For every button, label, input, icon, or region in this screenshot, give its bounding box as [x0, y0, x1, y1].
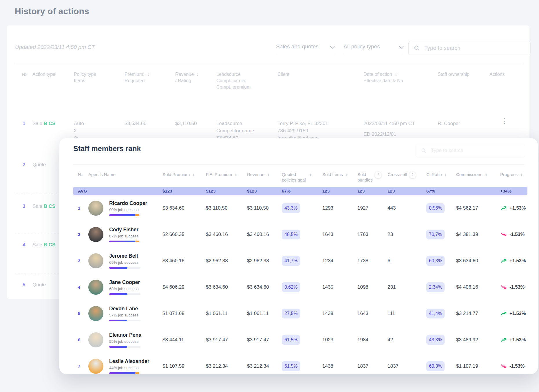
sort-down-glyph: ▼ [267, 175, 269, 177]
job-success-label: 68% job success [109, 287, 162, 291]
modal-search-input[interactable] [430, 147, 520, 154]
sort-down-glyph: ▼ [395, 75, 397, 76]
row-divider [15, 194, 62, 194]
progress-value: -1.53% [509, 284, 525, 290]
sort-icon[interactable]: ▲▼ [445, 173, 447, 177]
sold-bundles: 1927 [357, 205, 388, 211]
sold-items: 1023 [322, 337, 357, 343]
avatar [88, 253, 103, 268]
column-label: Compt. carrier [216, 78, 251, 84]
staff-column-header[interactable]: F.E. Premium▲▼ [206, 172, 247, 183]
sort-icon[interactable]: ▲▼ [267, 173, 269, 177]
avg-cl-ratio: 67% [426, 188, 456, 193]
avatar [88, 332, 103, 347]
sold-premium: $1 107.59 [162, 363, 206, 369]
history-column-header: Revenue▲▼/ Rating [175, 71, 199, 84]
column-label: Premium,▲▼ [125, 71, 149, 78]
rank-number: 3 [78, 258, 88, 263]
modal-search[interactable] [416, 144, 525, 157]
sold-bundles: 1984 [357, 337, 388, 343]
sold-items: 1643 [322, 232, 357, 237]
sort-icon[interactable]: ▲▼ [235, 173, 237, 177]
staff-column-header[interactable]: Revenue▲▼ [247, 172, 282, 183]
revenue: $1 061.11 [247, 311, 282, 316]
column-label: Sold Items [322, 172, 343, 177]
cross-sell: 1837 [388, 363, 426, 369]
sold-premium: $2 660.35 [162, 232, 206, 237]
action-label: Sale [32, 242, 42, 248]
date-of-action-cell: 2022/03/11 4:50 pm CT ED 2022/12/01 [363, 120, 415, 138]
commissions: $4 381.39 [456, 232, 500, 237]
sort-icon[interactable]: ▲▼ [485, 173, 487, 177]
filter-sales-and-quotes[interactable]: Sales and quotes [276, 43, 334, 54]
commissions: $3 489.92 [456, 337, 500, 343]
search-icon [414, 45, 420, 51]
staff-column-header[interactable]: Progress▲▼ [500, 172, 527, 183]
row-number: 3 [23, 203, 25, 210]
staff-row[interactable]: 1 Ricardo Cooper 90% job success $3 634.… [73, 195, 527, 221]
column-label-text: / Rating [175, 78, 191, 83]
sort-icon[interactable]: ▲▼ [147, 73, 149, 76]
row-number: 1 [23, 120, 25, 127]
column-label: Sold bundles [357, 172, 372, 183]
column-label: Effective date & No [363, 78, 403, 84]
column-label: Date of action▲▼ [363, 71, 403, 78]
history-search-input[interactable] [424, 45, 525, 52]
sold-items: 1438 [322, 363, 357, 369]
help-icon[interactable]: ? [409, 172, 416, 178]
staff-row[interactable]: 2 Cody Fisher 87% job success $2 660.35 … [73, 221, 527, 248]
column-label-text: Items [74, 78, 85, 83]
column-label: Staff ownership [438, 71, 469, 78]
staff-row[interactable]: 7 Leslie Alexander 44% job success $1 10… [73, 353, 527, 374]
action-label: Sale [32, 204, 42, 209]
history-column-header: Staff ownership [438, 71, 469, 78]
staff-column-header[interactable]: Commissions▲▼ [456, 172, 500, 183]
history-search[interactable] [408, 41, 531, 55]
help-icon[interactable]: ? [375, 172, 381, 178]
column-label-text: Actions [489, 72, 505, 77]
row-actions-menu-icon[interactable]: ⋮ [501, 117, 508, 125]
sort-icon[interactable]: ▲▼ [520, 173, 522, 177]
sort-icon[interactable]: ▲▼ [395, 73, 397, 76]
sort-icon[interactable]: ▲▼ [193, 173, 195, 177]
staff-row[interactable]: 5 Devon Lane 57% job success $1 071.68 $… [73, 300, 527, 327]
sort-icon[interactable]: ▲▼ [197, 73, 199, 76]
column-label: Cl.Ratio [426, 172, 442, 177]
cl-ratio-badge: 43,3% [426, 335, 445, 345]
sold-items: 1435 [322, 284, 357, 290]
staff-column-header[interactable]: Sold Premium▲▼ [162, 172, 206, 183]
rank-number: 6 [78, 337, 88, 342]
sort-icon[interactable]: ▲▼ [346, 173, 348, 177]
sold-bundles: 1643 [357, 311, 388, 316]
action-type: Quote [32, 161, 46, 168]
staff-column-header: № [78, 172, 88, 183]
progress-value: +1.53% [509, 258, 526, 263]
sort-down-glyph: ▼ [310, 175, 312, 177]
sold-bundles: 1837 [357, 363, 388, 369]
staff-row[interactable]: 3 Jerome Bell 69% job success $3 460.16 … [73, 248, 527, 274]
action-type: Quote [32, 281, 46, 288]
staff-column-header[interactable]: Sold Items▲▼ [322, 172, 357, 183]
filter-policy-types[interactable]: All policy types [344, 43, 403, 54]
staff-row[interactable]: 6 Eleanor Pena 55% job success $3 444.11… [73, 327, 527, 353]
staff-column-header[interactable]: Cl.Ratio▲▼ [426, 172, 456, 183]
column-label: Quoted policies goal [282, 172, 307, 183]
column-label-text: Compt. carrier [216, 78, 246, 83]
avg-label: AVG [78, 188, 109, 193]
progress-value: +1.53% [509, 337, 526, 342]
search-icon [421, 148, 426, 153]
rank-number: 2 [78, 232, 88, 237]
column-label-text: Effective date & No [363, 78, 403, 83]
cross-sell: 231 [388, 284, 426, 290]
job-success-label: 57% job success [109, 313, 162, 317]
sort-icon[interactable]: ▲▼ [310, 173, 312, 177]
divider [73, 164, 524, 165]
bundle-cross-sell-badge: B CS [44, 242, 56, 248]
progress-value: -1.53% [509, 363, 525, 369]
commissions: $4 562.17 [456, 205, 500, 211]
staff-row[interactable]: 4 Jane Cooper 68% job success $4 606.29 … [73, 274, 527, 300]
quoted-goal-badge: 0,62% [282, 282, 300, 292]
action-type: Sale B CS [32, 203, 55, 210]
staff-column-header[interactable]: Quoted policies goal▲▼ [282, 172, 322, 183]
column-label-text: Action type [32, 72, 55, 77]
